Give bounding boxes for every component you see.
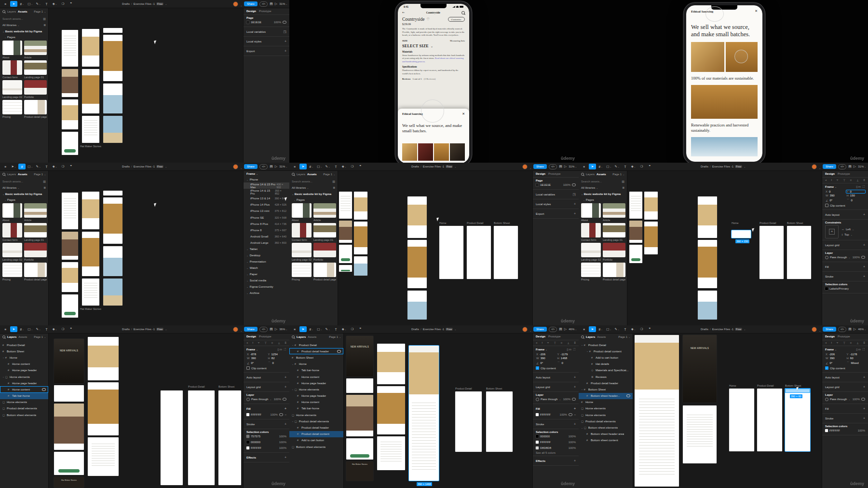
frame-tool-icon[interactable]: # [308, 326, 315, 332]
fill-color-row[interactable]: FFFFFF 100%− [536, 412, 576, 418]
frame-preset-item[interactable]: Android Small360 × 640 [244, 234, 289, 240]
canvas-object[interactable] [698, 196, 717, 238]
pen-tool-icon[interactable]: ✎ [35, 326, 42, 332]
layer-row[interactable]: ⌄#Product Detail [289, 342, 343, 348]
canvas-object[interactable]: Hat Maker Stories [346, 461, 373, 481]
frame-preset-group[interactable]: Figma Community [244, 284, 289, 290]
layer-row[interactable]: ⌄#Hat details [579, 361, 633, 367]
x-field[interactable]: X-206 [536, 353, 555, 356]
auto-layout-row[interactable]: Auto layout+ [822, 373, 868, 382]
dev-mode-toggle[interactable]: </> [838, 164, 846, 169]
tab-assets[interactable]: Assets [597, 173, 606, 176]
library-kit-row[interactable]: Basic website kit by Figma [579, 191, 627, 197]
canvas-object[interactable] [407, 291, 427, 320]
canvas-object[interactable] [82, 29, 99, 67]
width-field[interactable]: W390 [246, 357, 266, 360]
canvas-object[interactable] [103, 84, 122, 113]
y-field[interactable]: Y1254 [268, 353, 287, 356]
canvas-object[interactable] [439, 226, 463, 279]
stroke-row[interactable]: Stroke+ [822, 272, 868, 281]
frame-preset-item[interactable]: iPhone 13 mini375 × 812 [244, 208, 289, 214]
constraint-vertical[interactable]: ↕ Top [841, 233, 854, 236]
selection-color-row[interactable]: FFFFFF100% [825, 428, 865, 433]
text-tool-icon[interactable]: T [43, 1, 50, 7]
avatar[interactable] [812, 164, 817, 169]
blend-mode-row[interactable]: Pass through100% [825, 254, 865, 260]
page-thumbnail[interactable]: Product detail page [313, 263, 336, 281]
eye-icon[interactable] [861, 398, 865, 401]
search-assets-input[interactable]: Search assets...▥ [2, 15, 46, 22]
eye-icon[interactable] [572, 398, 576, 401]
canvas-object[interactable]: Home [439, 222, 459, 224]
list-icon[interactable]: ≣ [622, 186, 624, 189]
pages-section-row[interactable]: Pages [579, 197, 627, 202]
page-thumbnail[interactable]: Landing page 02 [2, 80, 22, 98]
pen-tool-icon[interactable]: ✎ [613, 326, 621, 332]
text-tool-icon[interactable]: T [332, 326, 339, 332]
figma-menu-icon[interactable]: ≡ [291, 164, 298, 169]
tab-prototype[interactable]: Prototype [838, 172, 850, 175]
preset-group-phone[interactable]: Phone [244, 176, 289, 182]
page-thumbnail[interactable]: About [581, 203, 601, 222]
all-libraries-dropdown[interactable]: All libraries≣ [0, 184, 48, 191]
tab-layers[interactable]: Layers [7, 173, 16, 176]
page-selector[interactable]: Page 1 [323, 173, 335, 176]
canvas-object[interactable] [62, 232, 78, 260]
canvas-object[interactable] [407, 196, 427, 238]
layer-row[interactable]: ⌄▢Home elements [579, 412, 633, 418]
stroke-row[interactable]: Stroke+ [822, 414, 868, 423]
see-all-colors[interactable]: See all 5 colors [536, 451, 576, 454]
canvas-object[interactable]: Hat Maker Stories [80, 307, 101, 310]
page-thumbnail[interactable]: Pricing [2, 263, 22, 281]
page-selector[interactable]: Page 1 [618, 335, 630, 338]
fill-row[interactable]: Fill+ [822, 262, 868, 272]
frame-preset-item[interactable]: iPhone 14 & 15 Pro393 × 852 [244, 189, 289, 195]
figma-menu-icon[interactable]: ≡ [2, 1, 9, 7]
page-thumbnail[interactable]: Landing page 01 [24, 223, 47, 241]
layer-row[interactable]: ⌄▢Bottom sheet elements [579, 424, 633, 431]
frame-preset-group[interactable]: Social media [244, 278, 289, 284]
zoom-level[interactable]: 46% [569, 328, 577, 331]
library-icon[interactable]: ▤ [559, 165, 562, 168]
eye-icon[interactable] [283, 21, 286, 24]
measuring-info-link[interactable]: Measuring Info [450, 40, 465, 42]
figma-menu-icon[interactable]: ≡ [581, 326, 588, 332]
tab-layers[interactable]: Layers [7, 335, 16, 338]
tab-prototype[interactable]: Prototype [548, 172, 561, 175]
comment-tool-icon[interactable]: ❞ [68, 1, 75, 7]
page-thumbnail[interactable]: Product detail page [24, 100, 47, 118]
avatar[interactable] [233, 1, 238, 7]
page-thumbnail[interactable]: About [2, 203, 22, 222]
share-button[interactable]: Share [244, 164, 258, 169]
canvas-object[interactable] [455, 391, 482, 452]
layer-row[interactable]: ⌄#Tab bar-home [289, 405, 343, 412]
canvas-object[interactable] [188, 390, 215, 485]
tab-prototype[interactable]: Prototype [838, 335, 850, 338]
canvas-object[interactable]: Product Detail [467, 222, 491, 224]
effects-row[interactable]: Effects+ [533, 456, 579, 466]
canvas-object[interactable] [218, 390, 241, 485]
page-thumbnail[interactable]: Landing page 02 [292, 243, 312, 261]
page-thumbnail[interactable]: Contact form [292, 223, 312, 241]
frame-preset-item[interactable]: iPhone 14 & 15 Pro Max430 × 932 [244, 182, 289, 189]
zoom-level[interactable]: 31% [279, 2, 287, 5]
favorite-heart-icon[interactable]: ♡ [426, 17, 429, 21]
canvas-object[interactable] [62, 69, 78, 97]
canvas-object[interactable] [103, 116, 122, 143]
tab-prototype[interactable]: Prototype [259, 10, 271, 13]
layer-row[interactable]: ⌄#Home page header [0, 380, 48, 386]
canvas-object[interactable] [346, 378, 373, 393]
library-icon[interactable]: ▤ [848, 327, 852, 331]
search-icon[interactable] [581, 335, 584, 338]
resources-icon[interactable]: ◈ [340, 326, 348, 332]
tab-assets[interactable]: Assets [18, 173, 27, 176]
breadcrumb[interactable]: Drafts/ Exercise Files -1Free [701, 325, 746, 333]
frame-tool-icon[interactable]: # [18, 326, 26, 332]
color-swatch[interactable] [246, 21, 249, 24]
selection-color-row[interactable]: FFFFFF100% [536, 439, 576, 445]
hand-tool-icon[interactable]: ❍ [349, 326, 356, 332]
canvas-object[interactable] [82, 116, 99, 143]
x-field[interactable]: X-878 [246, 353, 266, 356]
layer-row[interactable]: ⌄#Home content [0, 386, 48, 392]
canvas-object[interactable] [54, 404, 84, 450]
